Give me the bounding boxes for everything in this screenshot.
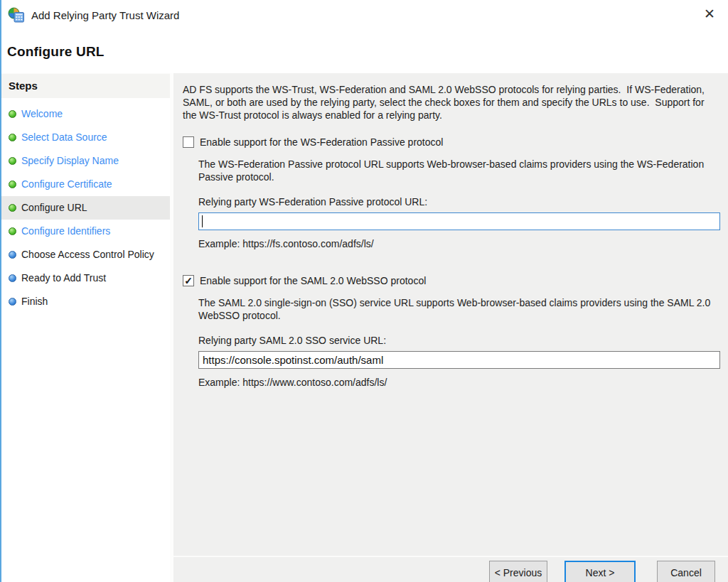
- wsfed-url-input-wrap: [198, 212, 720, 230]
- sidebar-item-select-data-source[interactable]: Select Data Source: [1, 126, 170, 149]
- sidebar-item-welcome[interactable]: Welcome: [1, 102, 170, 126]
- wizard-content: AD FS supports the WS-Trust, WS-Federati…: [173, 73, 728, 556]
- close-icon[interactable]: ✕: [701, 6, 718, 23]
- wsfed-url-label: Relying party WS-Federation Passive prot…: [198, 195, 720, 208]
- page-title: Configure URL: [1, 30, 728, 60]
- steps-list: Welcome Select Data Source Specify Displ…: [1, 102, 170, 313]
- steps-heading: Steps: [1, 74, 170, 99]
- step-status-dot-icon: [9, 110, 16, 118]
- cancel-button[interactable]: Cancel: [657, 561, 715, 582]
- sidebar-item-specify-display-name[interactable]: Specify Display Name: [1, 149, 170, 173]
- wsfed-description: The WS-Federation Passive protocol URL s…: [198, 158, 720, 183]
- next-button[interactable]: Next >: [564, 561, 636, 582]
- text-caret: [202, 215, 203, 227]
- wsfed-url-input[interactable]: [198, 212, 720, 230]
- window-title: Add Relying Party Trust Wizard: [31, 9, 179, 21]
- step-status-dot-icon: [9, 157, 16, 165]
- sidebar-item-ready-to-add-trust: Ready to Add Trust: [1, 266, 170, 290]
- adfs-trust-wizard-icon: [7, 6, 26, 23]
- saml-checkbox-row: Enable support for the SAML 2.0 WebSSO p…: [183, 274, 720, 287]
- sidebar-item-finish: Finish: [1, 290, 170, 313]
- button-bar: < Previous Next > Cancel: [173, 556, 728, 582]
- title-bar: Add Relying Party Trust Wizard ✕: [1, 0, 728, 30]
- saml-description: The SAML 2.0 single-sign-on (SSO) servic…: [198, 296, 720, 322]
- step-status-dot-icon: [9, 204, 16, 212]
- step-status-dot-icon: [9, 134, 16, 141]
- step-status-dot-icon: [9, 298, 16, 306]
- wsfed-checkbox-row: Enable support for the WS-Federation Pas…: [183, 136, 720, 149]
- saml-url-input[interactable]: [198, 351, 720, 369]
- sidebar-item-configure-certificate[interactable]: Configure Certificate: [1, 173, 170, 196]
- sidebar-item-configure-url: Configure URL: [1, 196, 170, 220]
- saml-checkbox-label[interactable]: Enable support for the SAML 2.0 WebSSO p…: [200, 274, 426, 287]
- steps-sidebar: Steps Welcome Select Data Source Specify…: [1, 73, 170, 582]
- sidebar-item-choose-access-control-policy: Choose Access Control Policy: [1, 243, 170, 266]
- saml-example-text: Example: https://www.contoso.com/adfs/ls…: [198, 376, 720, 389]
- step-status-dot-icon: [9, 180, 16, 188]
- wsfed-example-text: Example: https://fs.contoso.com/adfs/ls/: [198, 237, 720, 250]
- wizard-window: Add Relying Party Trust Wizard ✕ Configu…: [0, 0, 728, 582]
- saml-url-label: Relying party SAML 2.0 SSO service URL:: [198, 334, 720, 347]
- step-status-dot-icon: [9, 251, 16, 259]
- wsfed-checkbox[interactable]: [183, 136, 194, 148]
- intro-text: AD FS supports the WS-Trust, WS-Federati…: [183, 83, 720, 122]
- sidebar-item-configure-identifiers[interactable]: Configure Identifiers: [1, 220, 170, 243]
- step-status-dot-icon: [9, 274, 16, 282]
- previous-button[interactable]: < Previous: [489, 561, 547, 582]
- saml-checkbox[interactable]: [183, 275, 194, 286]
- wsfed-checkbox-label[interactable]: Enable support for the WS-Federation Pas…: [200, 136, 443, 149]
- heading-row: Configure URL: [1, 30, 728, 73]
- step-status-dot-icon: [9, 227, 16, 235]
- saml-url-input-wrap: [198, 351, 720, 369]
